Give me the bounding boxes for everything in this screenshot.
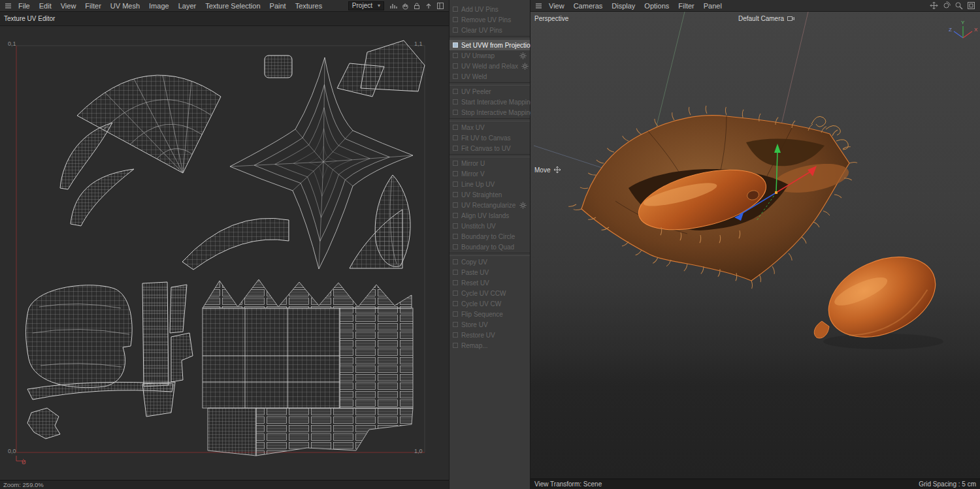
menu-layer[interactable]: Layer (174, 0, 201, 12)
chart-icon[interactable] (387, 2, 399, 10)
hamburger-icon[interactable] (3, 2, 14, 9)
orbit-icon[interactable] (940, 1, 953, 10)
nut-model[interactable] (814, 242, 948, 353)
scene-svg[interactable]: Z Y X (531, 12, 980, 479)
vp-menu-filter[interactable]: Filter (674, 0, 698, 12)
gear-icon[interactable] (519, 202, 527, 209)
uv-island-horn[interactable] (71, 169, 134, 226)
cmd-boundary-to-quad[interactable]: Boundary to Quad (449, 242, 530, 252)
cmd-line-up-uv[interactable]: Line Up UV (449, 179, 530, 189)
cmd-reset-uv[interactable]: Reset UV (449, 277, 530, 288)
vp-menu-cameras[interactable]: Cameras (569, 0, 608, 12)
menu-file[interactable]: File (14, 0, 35, 12)
cmd-uv-weld[interactable]: UV Weld (449, 71, 530, 82)
cmd-label: Copy UV (461, 259, 487, 266)
cmd-cycle-uv-ccw[interactable]: Cycle UV CCW (449, 288, 530, 298)
menu-filter[interactable]: Filter (80, 0, 105, 12)
husk-model[interactable] (568, 106, 857, 289)
cmd-fit-uv-to-canvas[interactable]: Fit UV to Canvas (449, 133, 530, 143)
menu-paint[interactable]: Paint (265, 0, 291, 12)
cmd-cycle-uv-cw[interactable]: Cycle UV CW (449, 298, 530, 309)
uv-island-blob[interactable] (26, 285, 133, 388)
pan-icon[interactable] (928, 1, 940, 10)
menu-textures[interactable]: Textures (291, 0, 327, 12)
move-tool-label[interactable]: Move (534, 166, 561, 174)
cmd-label: Flip Sequence (461, 311, 503, 318)
cmd-uv-straighten[interactable]: UV Straighten (449, 189, 530, 200)
cmd-align-uv-islands[interactable]: Align UV Islands (449, 210, 530, 221)
cmd-clear-uv-pins[interactable]: Clear UV Pins (449, 25, 530, 35)
uv-island-quad[interactable] (142, 382, 175, 417)
upload-icon[interactable] (423, 2, 434, 10)
cmd-uv-weld-and-relax[interactable]: UV Weld and Relax (449, 61, 530, 71)
lock-icon[interactable] (411, 2, 423, 10)
axis-gizmo[interactable]: Z Y X (949, 20, 978, 38)
vp-menu-panel[interactable]: Panel (699, 0, 727, 12)
gear-icon[interactable] (521, 63, 529, 70)
cmd-copy-uv[interactable]: Copy UV (449, 257, 530, 267)
interactive-start-icon (453, 99, 458, 104)
uv-island-square[interactable] (265, 55, 292, 78)
perspective-label[interactable]: Perspective (534, 15, 568, 22)
cmd-max-uv[interactable]: Max UV (449, 122, 530, 133)
menu-uv-mesh[interactable]: UV Mesh (106, 0, 144, 12)
uv-island-wedge[interactable] (170, 285, 187, 333)
reset-icon (453, 280, 458, 285)
cmd-start-interactive-mapping[interactable]: Start Interactive Mapping (449, 97, 530, 107)
uv-island-scrap[interactable] (27, 408, 60, 439)
maximize-icon[interactable] (965, 1, 977, 10)
uv-island-strip[interactable] (142, 282, 169, 386)
menu-image[interactable]: Image (144, 0, 174, 12)
gizmo-center[interactable] (775, 191, 777, 194)
cmd-uv-unwrap[interactable]: UV Unwrap (449, 50, 530, 61)
menu-texture-selection[interactable]: Texture Selection (201, 0, 265, 12)
cmd-fit-canvas-to-uv[interactable]: Fit Canvas to UV (449, 143, 530, 153)
uv-island-elbow[interactable] (171, 333, 193, 382)
cmd-label: UV Weld and Relax (461, 63, 518, 70)
cmd-remap[interactable]: Remap... (449, 340, 530, 351)
hamburger-icon[interactable] (533, 2, 544, 9)
viewport-3d[interactable]: Z Y X Perspective Default Camera Move (531, 12, 980, 479)
uv-corner-bottom-left: 0,0 (8, 448, 16, 454)
cmd-uv-rectangularize[interactable]: UV Rectangularize (449, 200, 530, 210)
cmd-store-uv[interactable]: Store UV (449, 319, 530, 330)
cmd-label: Store UV (461, 321, 488, 328)
cmd-label: Mirror U (461, 160, 485, 167)
cmd-flip-sequence[interactable]: Flip Sequence (449, 309, 530, 319)
uv-canvas[interactable]: 0,1 1,1 0,0 1,0 U (0, 26, 449, 480)
vp-menu-view[interactable]: View (544, 0, 569, 12)
project-select[interactable]: Project ▾ (348, 1, 384, 10)
layout-icon[interactable] (434, 2, 446, 10)
camera-icon (787, 16, 794, 22)
cmd-set-uvw-from-projection[interactable]: Set UVW from Projection (449, 40, 530, 50)
uv-island-shard-small[interactable] (337, 63, 384, 97)
uv-island-band[interactable] (182, 218, 289, 270)
gear-icon[interactable] (519, 52, 527, 59)
cmd-add-uv-pins[interactable]: Add UV Pins (449, 4, 530, 14)
uv-editor-statusbar: Zoom: 259.0% (0, 480, 449, 489)
cmd-stop-interactive-mapping[interactable]: Stop Interactive Mapping (449, 107, 530, 118)
cmd-paste-uv[interactable]: Paste UV (449, 267, 530, 277)
menu-edit[interactable]: Edit (35, 0, 56, 12)
uv-island-packed-region[interactable] (203, 279, 413, 456)
cmd-restore-uv[interactable]: Restore UV (449, 330, 530, 340)
hand-icon[interactable] (399, 2, 411, 10)
cmd-unstitch-uv[interactable]: Unstitch UV (449, 221, 530, 231)
cmd-mirror-v[interactable]: Mirror V (449, 168, 530, 179)
cmd-label: Clear UV Pins (461, 27, 502, 34)
cmd-mirror-u[interactable]: Mirror U (449, 158, 530, 168)
store-icon (453, 322, 458, 327)
menu-view[interactable]: View (56, 0, 81, 12)
cmd-boundary-to-circle[interactable]: Boundary to Circle (449, 231, 530, 242)
uv-canvas-svg[interactable] (0, 26, 449, 480)
cmd-remove-uv-pins[interactable]: Remove UV Pins (449, 14, 530, 25)
camera-label[interactable]: Default Camera (738, 15, 794, 22)
uv-editor-tab[interactable]: Texture UV Editor (0, 12, 449, 26)
app-root: { "colors": { "accent_orange": "#e8823a"… (0, 0, 980, 489)
vp-menu-options[interactable]: Options (640, 0, 674, 12)
zoom-icon[interactable] (953, 1, 965, 10)
cmd-uv-peeler[interactable]: UV Peeler (449, 86, 530, 97)
uv-island-fan[interactable] (77, 75, 221, 173)
vp-menu-display[interactable]: Display (607, 0, 640, 12)
remap-icon (453, 343, 458, 348)
